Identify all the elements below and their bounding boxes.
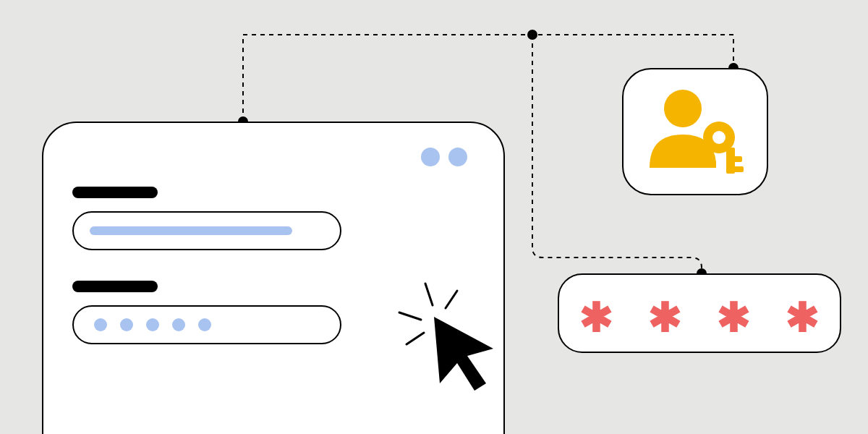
svg-point-8 bbox=[664, 90, 702, 127]
password-input[interactable] bbox=[72, 305, 341, 344]
window-control-dots bbox=[421, 148, 467, 166]
password-mask-dot bbox=[172, 318, 185, 331]
password-label-placeholder bbox=[72, 281, 158, 292]
username-field-group bbox=[72, 187, 341, 250]
password-field-group bbox=[72, 281, 341, 344]
password-asterisk: ✱ bbox=[786, 297, 820, 338]
svg-line-5 bbox=[399, 312, 421, 320]
svg-point-10 bbox=[712, 131, 726, 144]
password-mask-dot bbox=[94, 318, 107, 331]
svg-line-4 bbox=[425, 284, 433, 305]
masked-password-card: ✱ ✱ ✱ ✱ bbox=[558, 273, 841, 353]
username-value-placeholder bbox=[90, 226, 292, 235]
window-dot bbox=[421, 148, 440, 166]
identity-card bbox=[622, 68, 768, 195]
click-cursor-icon bbox=[392, 275, 515, 398]
user-key-icon bbox=[641, 81, 749, 182]
svg-line-6 bbox=[446, 291, 457, 308]
password-asterisk: ✱ bbox=[717, 297, 751, 338]
password-mask-dot bbox=[198, 318, 211, 331]
password-mask-dot bbox=[120, 318, 133, 331]
username-input[interactable] bbox=[72, 211, 341, 250]
svg-line-7 bbox=[407, 333, 424, 344]
svg-rect-12 bbox=[733, 156, 742, 162]
password-asterisk: ✱ bbox=[579, 297, 613, 338]
svg-point-1 bbox=[527, 30, 537, 40]
window-dot bbox=[448, 148, 467, 166]
password-mask-dot bbox=[146, 318, 159, 331]
username-label-placeholder bbox=[72, 187, 158, 198]
password-asterisk: ✱ bbox=[648, 297, 682, 338]
svg-rect-13 bbox=[733, 166, 744, 172]
